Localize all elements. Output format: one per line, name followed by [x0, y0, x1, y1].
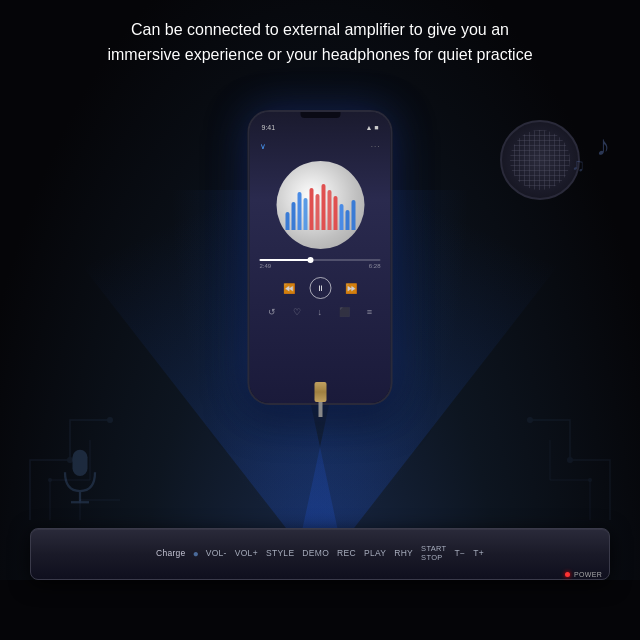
- speaker-controls-row: Charge ● VOL- VOL+ STYLE DEMO REC PLAY R…: [30, 528, 610, 578]
- music-app: ∨ ··· 2:49 6:2: [250, 134, 391, 403]
- waveform-bar: [291, 202, 295, 230]
- waveform-bar: [327, 190, 331, 230]
- waveform-bar: [285, 212, 289, 230]
- waveform-bar: [345, 210, 349, 230]
- music-note-large: ♪: [596, 130, 610, 162]
- phone-notch: [300, 112, 340, 118]
- charge-label: Charge: [152, 548, 190, 558]
- waveform-bar: [297, 192, 301, 230]
- waveform-bar: [351, 200, 355, 230]
- waveform-bar: [303, 198, 307, 230]
- app-bottom-controls: ↺ ♡ ↓ ⬛ ≡: [260, 307, 381, 317]
- svg-point-1: [107, 417, 113, 423]
- usb-connector: [314, 382, 326, 417]
- play-pause-button[interactable]: ⏸: [309, 277, 331, 299]
- speaker-grille-decoration: [500, 120, 580, 200]
- rec-label[interactable]: REC: [333, 548, 360, 558]
- phone-status-bar: 9:41 ▲ ■: [250, 120, 391, 134]
- waveform-display: [285, 180, 355, 230]
- music-note-small: ♫: [572, 155, 586, 176]
- svg-point-5: [588, 478, 592, 482]
- phone-time: 9:41: [262, 124, 276, 131]
- style-label[interactable]: STYLE: [262, 548, 298, 558]
- circuit-decoration-right: [500, 340, 620, 540]
- download-button[interactable]: ↓: [318, 307, 323, 317]
- vol-plus-label[interactable]: VOL+: [231, 548, 262, 558]
- rhy-label[interactable]: RHY: [390, 548, 417, 558]
- rewind-button[interactable]: ⏪: [283, 283, 295, 294]
- progress-times: 2:49 6:28: [260, 263, 381, 269]
- waveform-bar: [339, 204, 343, 230]
- t-plus-label[interactable]: T+: [469, 548, 488, 558]
- app-title-bar: ∨ ···: [260, 142, 381, 151]
- circuit-decoration-left: [20, 340, 140, 540]
- waveform-bar: [333, 196, 337, 230]
- speaker-grid-pattern: [510, 130, 570, 190]
- usb-plug: [314, 382, 326, 402]
- svg-point-3: [567, 457, 573, 463]
- description-line1: Can be connected to external amplifier t…: [131, 21, 509, 38]
- progress-section: 2:49 6:28: [260, 259, 381, 269]
- vol-minus-label[interactable]: VOL-: [202, 548, 231, 558]
- start-stop-label[interactable]: STARTSTOP: [417, 544, 450, 562]
- scene: ♪ ♫ Can be connected to external amplifi…: [0, 0, 640, 640]
- back-button[interactable]: ∨: [260, 142, 266, 151]
- power-led-light: [565, 572, 570, 577]
- fast-forward-button[interactable]: ⏩: [345, 283, 357, 294]
- queue-button[interactable]: ≡: [367, 307, 372, 317]
- heart-button[interactable]: ♡: [293, 307, 301, 317]
- progress-dot: [307, 257, 313, 263]
- power-label: POWER: [574, 571, 602, 578]
- album-art: [276, 161, 364, 249]
- svg-rect-6: [73, 450, 88, 476]
- bottom-strip: [0, 580, 640, 640]
- more-options-button[interactable]: ···: [371, 142, 381, 151]
- t-minus-label[interactable]: T−: [451, 548, 470, 558]
- time-current: 2:49: [260, 263, 272, 269]
- shuffle-button[interactable]: ↺: [268, 307, 276, 317]
- svg-point-4: [527, 417, 533, 423]
- power-indicators: POWER: [565, 571, 602, 578]
- separator-dot: ●: [190, 548, 202, 559]
- time-total: 6:28: [369, 263, 381, 269]
- pause-icon: ⏸: [316, 284, 324, 293]
- airplay-button[interactable]: ⬛: [339, 307, 350, 317]
- demo-label[interactable]: DEMO: [298, 548, 333, 558]
- power-led: POWER: [565, 571, 602, 578]
- phone-body: 9:41 ▲ ■ ∨ ···: [248, 110, 393, 405]
- waveform-bar: [321, 184, 325, 230]
- usb-cable: [318, 402, 322, 417]
- waveform-bar: [315, 194, 319, 230]
- progress-bar-background[interactable]: [260, 259, 381, 261]
- phone-device: 9:41 ▲ ■ ∨ ···: [248, 110, 393, 405]
- waveform-bar: [309, 188, 313, 230]
- phone-icons: ▲ ■: [365, 124, 378, 131]
- microphone-decoration: [50, 446, 110, 510]
- play-label[interactable]: PLAY: [360, 548, 390, 558]
- description-text: Can be connected to external amplifier t…: [40, 18, 600, 68]
- playback-controls: ⏪ ⏸ ⏩: [283, 277, 357, 299]
- progress-bar-fill: [260, 259, 311, 261]
- description-line2: immersive experience or your headphones …: [107, 46, 532, 63]
